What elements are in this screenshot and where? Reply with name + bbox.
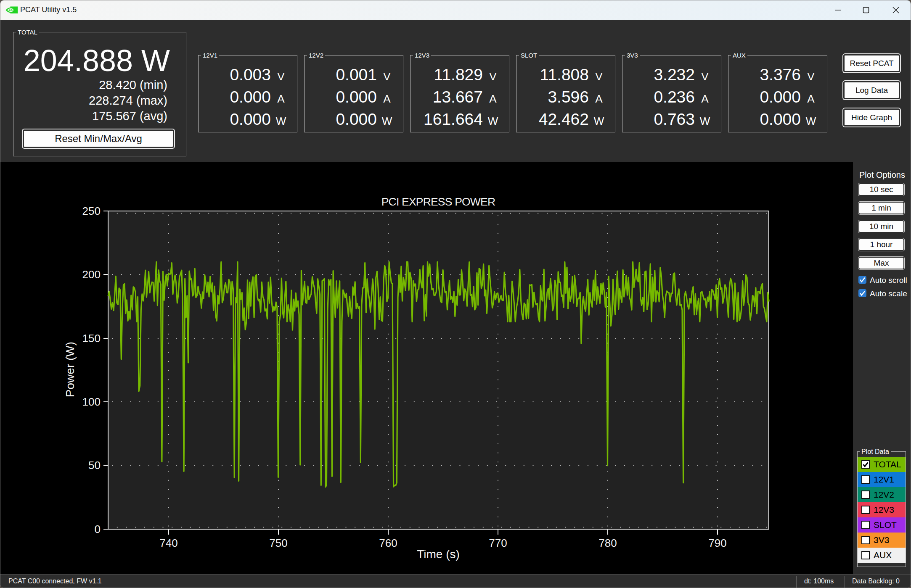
svg-text:100: 100 <box>82 396 101 408</box>
svg-text:250: 250 <box>82 205 101 217</box>
svg-text:770: 770 <box>489 537 507 549</box>
svg-text:Power (W): Power (W) <box>64 342 77 397</box>
svg-text:50: 50 <box>88 459 101 472</box>
svg-text:200: 200 <box>82 268 101 281</box>
svg-text:790: 790 <box>708 537 726 549</box>
svg-text:PCI EXPRESS POWER: PCI EXPRESS POWER <box>381 195 495 208</box>
svg-text:Time (s): Time (s) <box>417 548 460 561</box>
svg-text:750: 750 <box>269 537 287 549</box>
svg-text:150: 150 <box>82 332 101 345</box>
svg-text:740: 740 <box>159 537 177 549</box>
svg-text:0: 0 <box>95 523 101 535</box>
svg-text:760: 760 <box>379 537 397 549</box>
svg-text:780: 780 <box>599 537 617 549</box>
